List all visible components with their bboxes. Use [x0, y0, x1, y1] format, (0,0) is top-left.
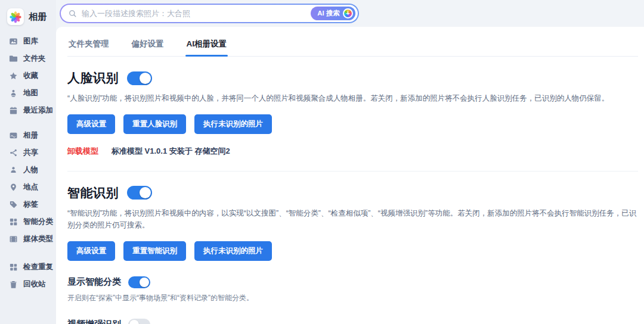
ai-sparkle-icon — [343, 8, 353, 18]
gallery-icon — [9, 37, 18, 46]
smart-recognition-toggle[interactable] — [127, 186, 152, 200]
face-recognition-section: 人脸识别 “人脸识别”功能，将识别照片和视频中的人脸，并将同一个人的照片和视频聚… — [67, 70, 638, 157]
film-icon — [9, 235, 18, 244]
sidebar: 相册 图库 文件夹 收藏 地图 最近添加 相册 共享 — [0, 0, 56, 324]
run-unrecognized-photos-button[interactable]: 执行未识别的照片 — [194, 241, 272, 261]
sidebar-item-label: 人物 — [23, 165, 38, 175]
sidebar-item-smart-categories[interactable]: 智能分类 — [0, 213, 56, 230]
sidebar-item-label: 地点 — [23, 182, 38, 192]
run-unrecognized-photos-button[interactable]: 执行未识别的照片 — [194, 114, 272, 134]
sidebar-item-albums[interactable]: 相册 — [0, 127, 56, 144]
reset-smart-recognition-button[interactable]: 重置智能识别 — [123, 241, 186, 261]
sidebar-item-label: 共享 — [23, 148, 38, 158]
uninstall-model-link[interactable]: 卸载模型 — [67, 146, 98, 157]
top-bar: AI 搜索 — [56, 0, 644, 27]
sidebar-item-label: 最近添加 — [23, 105, 53, 116]
model-info-text: 标准模型 V1.0.1 安装于 存储空间2 — [112, 146, 230, 157]
star-icon — [9, 71, 18, 80]
sidebar-item-gallery[interactable]: 图库 — [0, 33, 56, 50]
tab-folder-management[interactable]: 文件夹管理 — [67, 34, 110, 56]
folder-icon — [9, 54, 18, 63]
sidebar-item-label: 图库 — [23, 36, 38, 46]
sub-setting-description: 开启则在“探索”中显示“事物场景”和“资料记录”的智能分类。 — [67, 293, 638, 303]
sidebar-item-label: 回收站 — [23, 279, 46, 289]
reset-face-recognition-button[interactable]: 重置人脸识别 — [123, 114, 186, 134]
sidebar-item-label: 地图 — [23, 88, 38, 98]
sidebar-item-recycle-bin[interactable]: 回收站 — [0, 276, 56, 293]
show-smart-category-setting: 显示智能分类 — [67, 276, 638, 288]
sidebar-item-tags[interactable]: 标签 — [0, 196, 56, 213]
sidebar-item-label: 文件夹 — [23, 54, 46, 64]
search-icon — [68, 9, 77, 18]
location-pin-icon — [9, 183, 18, 192]
sidebar-item-label: 检查重复 — [23, 262, 53, 272]
section-title: 人脸识别 — [67, 70, 119, 86]
section-description: “智能识别”功能，将识别照片和视频中的内容，以实现“以文搜图”、“智能分类”、“… — [67, 207, 638, 232]
app-logo-row: 相册 — [0, 7, 56, 33]
smart-recognition-section: 智能识别 “智能识别”功能，将识别照片和视频中的内容，以实现“以文搜图”、“智能… — [67, 185, 638, 324]
app-title: 相册 — [29, 11, 47, 23]
album-icon — [9, 131, 18, 140]
sidebar-item-label: 标签 — [23, 200, 38, 210]
sidebar-group-library: 图库 文件夹 收藏 地图 最近添加 — [0, 33, 56, 119]
settings-tabs: 文件夹管理 偏好设置 AI相册设置 — [67, 34, 638, 57]
sidebar-item-label: 相册 — [23, 130, 38, 141]
sidebar-item-label: 收藏 — [23, 71, 38, 81]
search-input[interactable] — [82, 9, 306, 18]
sub-setting-title: 显示智能分类 — [67, 276, 121, 288]
grid-icon — [9, 263, 18, 272]
sidebar-item-folders[interactable]: 文件夹 — [0, 50, 56, 67]
trash-icon — [9, 280, 18, 289]
sidebar-item-media-types[interactable]: 媒体类型 — [0, 230, 56, 248]
sidebar-item-shared[interactable]: 共享 — [0, 144, 56, 161]
tab-preferences[interactable]: 偏好设置 — [131, 34, 165, 56]
sidebar-group-collections: 相册 共享 人物 地点 标签 智能分类 媒体类型 — [0, 127, 56, 248]
face-recognition-toggle[interactable] — [127, 71, 152, 85]
section-title: 智能识别 — [67, 185, 119, 201]
share-icon — [9, 148, 18, 157]
sidebar-item-duplicates[interactable]: 检查重复 — [0, 258, 56, 276]
grid-icon — [9, 217, 18, 226]
photos-flower-logo — [7, 8, 24, 25]
calendar-icon — [9, 106, 18, 115]
sidebar-item-label: 媒体类型 — [23, 234, 53, 244]
tag-icon — [9, 200, 18, 209]
tab-ai-album-settings[interactable]: AI相册设置 — [185, 34, 228, 56]
sidebar-group-tools: 检查重复 回收站 — [0, 258, 56, 293]
main-area: AI 搜索 文件夹管理 偏好设置 AI相册设置 人脸识别 “人脸识别”功能，将识… — [56, 0, 644, 324]
search-bar: AI 搜索 — [60, 4, 359, 23]
video-enhanced-toggle[interactable] — [128, 319, 150, 324]
sidebar-item-favorites[interactable]: 收藏 — [0, 67, 56, 85]
sidebar-item-people[interactable]: 人物 — [0, 161, 56, 179]
advanced-settings-button[interactable]: 高级设置 — [67, 114, 115, 134]
sidebar-item-places[interactable]: 地点 — [0, 179, 56, 196]
section-description: “人脸识别”功能，将识别照片和视频中的人脸，并将同一个人的照片和视频聚合成人物相… — [67, 92, 638, 105]
ai-search-label: AI 搜索 — [317, 9, 340, 18]
section-divider — [67, 171, 638, 172]
sidebar-item-recent[interactable]: 最近添加 — [0, 102, 56, 119]
map-person-icon — [9, 89, 18, 98]
video-enhanced-setting: 视频增强识别 — [67, 319, 638, 324]
settings-panel: 文件夹管理 偏好设置 AI相册设置 人脸识别 “人脸识别”功能，将识别照片和视频… — [56, 27, 644, 324]
show-smart-category-toggle[interactable] — [128, 276, 150, 288]
sub-setting-title: 视频增强识别 — [67, 319, 121, 324]
advanced-settings-button[interactable]: 高级设置 — [67, 241, 115, 261]
sidebar-item-label: 智能分类 — [23, 217, 53, 227]
sidebar-item-map[interactable]: 地图 — [0, 85, 56, 102]
ai-search-button[interactable]: AI 搜索 — [311, 7, 355, 20]
flower-icon — [9, 10, 22, 23]
person-icon — [9, 166, 18, 175]
